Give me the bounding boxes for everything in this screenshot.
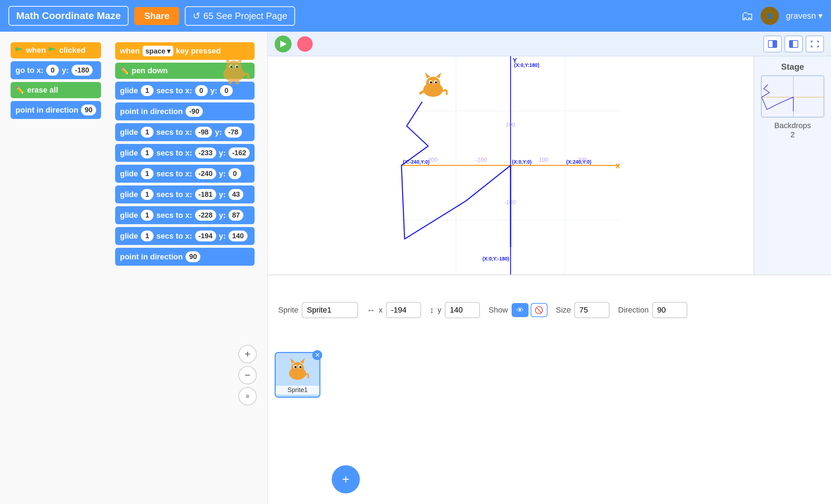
svg-point-6 (230, 66, 232, 68)
sprite-y-group: ↕ y (430, 302, 480, 318)
svg-point-46 (435, 81, 437, 83)
stage-area: Y X (X:0,Y:180) (X:0,Y:-180) (X:-240,Y:0… (268, 56, 754, 275)
stage-side-panel: Stage Backdrops 2 (754, 56, 831, 275)
sprite-y-input[interactable] (445, 302, 480, 318)
sprites-list: ✕ Sprite1 + (268, 345, 831, 504)
green-flag-button[interactable] (275, 36, 292, 52)
sprite-info-panel: Sprite ↔ x ↕ y Show 👁 🚫 Size (268, 275, 831, 345)
glide-block-4[interactable]: glide 1 secs to x: -181 y: 43 (115, 185, 255, 203)
pen-icon: ✏️ (15, 86, 24, 94)
x-arrows-icon: ↔ (367, 305, 375, 315)
key-dropdown[interactable]: space ▾ (143, 46, 173, 56)
avatar: 👤 (761, 7, 779, 25)
svg-text:X: X (616, 163, 620, 170)
right-panel: Y X (X:0,Y:180) (X:0,Y:-180) (X:-240,Y:0… (268, 32, 831, 504)
svg-text:-200: -200 (426, 157, 437, 163)
svg-text:(X:0,Y:180): (X:0,Y:180) (514, 62, 539, 68)
svg-text:-100: -100 (475, 157, 487, 163)
svg-point-1 (226, 61, 242, 75)
svg-marker-11 (280, 40, 287, 48)
stage-row: Y X (X:0,Y:180) (X:0,Y:-180) (X:-240,Y:0… (268, 56, 831, 275)
small-stage-button[interactable] (763, 36, 782, 52)
point-direction-block[interactable]: point in direction 90 (11, 101, 101, 119)
list-item[interactable]: ✕ Sprite1 (275, 352, 320, 398)
svg-rect-13 (773, 40, 777, 48)
svg-point-47 (432, 84, 434, 86)
fit-button[interactable]: ≡ (238, 387, 257, 405)
backdrops-label: Backdrops (774, 121, 811, 130)
glide-block-6[interactable]: glide 1 secs to x: -194 y: 140 (115, 227, 255, 245)
sprite-x-group: ↔ x (367, 302, 421, 318)
point-direction-3-block[interactable]: point in direction 90 (115, 248, 255, 266)
svg-rect-49 (762, 76, 824, 118)
svg-point-45 (430, 81, 432, 83)
coordinate-plane: Y X (X:0,Y:180) (X:0,Y:-180) (X:-240,Y:0… (268, 56, 754, 275)
svg-rect-15 (789, 40, 793, 48)
svg-text:(X:0,Y:0): (X:0,Y:0) (512, 159, 532, 165)
large-stage-button[interactable] (785, 36, 803, 52)
svg-text:200: 200 (577, 157, 587, 163)
sprite-delete-button[interactable]: ✕ (312, 350, 322, 360)
see-project-icon: ↺ (193, 11, 200, 21)
svg-marker-54 (290, 358, 295, 364)
share-button[interactable]: Share (134, 7, 179, 25)
stop-button[interactable] (297, 36, 313, 52)
show-hidden-button[interactable]: 🚫 (531, 303, 548, 317)
zoom-out-button[interactable]: − (238, 366, 257, 384)
erase-all-block[interactable]: ✏️ erase all (11, 82, 101, 98)
zoom-in-button[interactable]: + (238, 345, 257, 363)
glide-block-1[interactable]: glide 1 secs to x: -98 y: -78 (115, 123, 255, 141)
stage-panel-title: Stage (781, 62, 804, 72)
direction-2-input[interactable]: -90 (186, 106, 203, 117)
svg-point-53 (291, 362, 304, 373)
sprite-x-input[interactable] (386, 302, 421, 318)
direction-3-input[interactable]: 90 (186, 251, 200, 262)
when-flag-clicked-block[interactable]: when clicked (11, 42, 101, 58)
stage-view-buttons (763, 36, 824, 52)
sprite-direction-input[interactable] (652, 302, 687, 318)
go-to-y-input[interactable]: -180 (71, 65, 93, 76)
sprite-name-group: Sprite (278, 302, 358, 318)
svg-text:100: 100 (539, 157, 548, 163)
sprite-size-input[interactable] (574, 302, 610, 318)
glide-block-3[interactable]: glide 1 secs to x: -240 y: 0 (115, 165, 255, 183)
svg-point-40 (426, 77, 440, 89)
backdrops-count: 2 (791, 130, 795, 139)
glide-block-2[interactable]: glide 1 secs to x: -233 y: -162 (115, 144, 255, 162)
go-to-block[interactable]: go to x: 0 y: -180 (11, 61, 101, 79)
folder-icon[interactable]: 🗂 (741, 8, 754, 23)
show-visible-button[interactable]: 👁 (512, 303, 529, 317)
svg-text:-100: -100 (504, 199, 516, 205)
see-project-button[interactable]: ↺ 65 See Project Page (185, 6, 295, 26)
scratch-cat-decoration (218, 56, 250, 84)
svg-marker-55 (300, 358, 305, 364)
stage-toolbar (268, 32, 831, 56)
header: Math Coordinate Maze Share ↺ 65 See Proj… (0, 0, 831, 32)
svg-text:(X:0,Y:-180): (X:0,Y:-180) (482, 256, 509, 262)
svg-point-8 (233, 69, 235, 70)
stage-thumbnail[interactable] (761, 75, 824, 118)
svg-rect-9 (229, 80, 232, 84)
size-group: Size (556, 302, 610, 318)
direction-input[interactable]: 90 (81, 105, 96, 115)
sprite-name-input[interactable] (302, 302, 358, 318)
zoom-controls: + − ≡ (238, 345, 257, 405)
svg-text:100: 100 (506, 122, 515, 128)
direction-group: Direction (618, 302, 687, 318)
go-to-x-input[interactable]: 0 (46, 65, 59, 76)
flag-icon (15, 47, 23, 53)
fullscreen-button[interactable] (806, 36, 824, 52)
project-title: Math Coordinate Maze (8, 6, 129, 26)
add-sprite-button[interactable]: + (332, 465, 360, 493)
show-group: Show 👁 🚫 (488, 303, 547, 317)
y-arrows-icon: ↕ (430, 305, 434, 315)
see-project-label: 65 See Project Page (203, 11, 287, 21)
show-toggle: 👁 🚫 (512, 303, 548, 317)
point-direction-2-block[interactable]: point in direction -90 (115, 102, 255, 120)
svg-point-58 (294, 366, 296, 368)
sprite-name-label: Sprite1 (276, 386, 319, 395)
pen-down-icon: ✏️ (120, 67, 129, 75)
blocks-col-left: when clicked go to x: 0 y: -180 ✏️ erase… (11, 42, 101, 266)
username[interactable]: gravesn ▾ (786, 11, 823, 21)
glide-block-5[interactable]: glide 1 secs to x: -228 y: 87 (115, 206, 255, 224)
